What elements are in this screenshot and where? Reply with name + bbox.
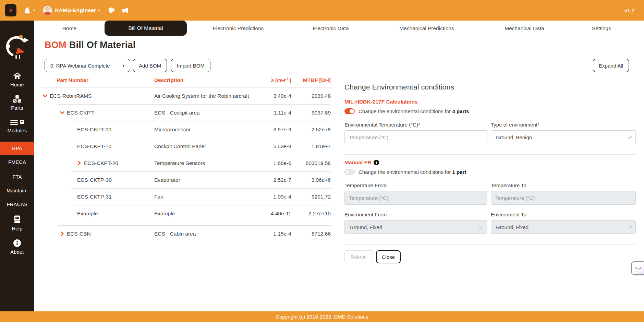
sidebar-item-label: About — [10, 249, 24, 255]
mil-conditions-toggle[interactable] — [344, 108, 355, 114]
tab-electronic-predictions[interactable]: Electronic Predictions — [187, 21, 290, 36]
footer: Copyright (c) 2018-2023, DMD Solutions — [0, 311, 644, 322]
mtbf-value: 2.27e+10 — [291, 211, 331, 217]
environment-to-select: Ground, Fixed — [491, 220, 636, 234]
feedback-widget-button[interactable]: >.< — [631, 261, 644, 275]
sidebar-item-home[interactable]: Home — [0, 72, 34, 87]
chevron-right-icon[interactable] — [77, 161, 84, 165]
sidebar-item-help[interactable]: Help — [0, 215, 34, 231]
table-row[interactable]: ECS-CBN ECS - Cabin area 1.15e-4 8712.66 — [41, 225, 331, 242]
sidebar-item-label: RPA — [12, 146, 22, 151]
part-number: Example — [77, 211, 98, 217]
user-menu-caret-icon[interactable]: ▾ — [98, 8, 100, 13]
manual-conditions-toggle[interactable] — [344, 169, 355, 175]
tab-settings[interactable]: Settings — [567, 21, 636, 36]
user-name[interactable]: RAMS-Engineer — [55, 7, 96, 13]
part-number: ECS-CBN — [67, 231, 91, 237]
chevron-down-icon[interactable] — [60, 110, 67, 115]
sidebar-item-fracas[interactable]: FRACAS — [0, 202, 34, 207]
tab-electronic-data[interactable]: Electronic Data — [290, 21, 372, 36]
manual-toggle-label: Change the environmental conditions for … — [359, 169, 466, 175]
temperature-from-input — [344, 191, 487, 205]
part-description: Example — [154, 211, 250, 217]
chevron-right-icon[interactable] — [60, 231, 67, 236]
theme-palette-icon[interactable] — [108, 7, 115, 14]
mil-toggle-label: Change the environmental conditions for … — [359, 108, 469, 114]
add-bom-button[interactable]: Add BOM — [133, 59, 167, 72]
chevron-down-icon[interactable] — [43, 94, 50, 98]
module-tabs: Home Bill Of Material Electronic Predict… — [34, 21, 644, 36]
page-title-abbr: BOM — [45, 40, 66, 50]
column-header-mtbf[interactable]: MTBF [OH] — [291, 77, 331, 84]
page-title: BOM Bill Of Material — [45, 40, 136, 50]
environment-from-select: Ground, Fixed — [344, 220, 487, 234]
expand-all-button[interactable]: Expand All — [593, 59, 629, 72]
import-bom-button[interactable]: Import BOM — [171, 59, 210, 72]
mtbf-value: 8712.66 — [291, 231, 331, 237]
table-row[interactable]: ECS-CKTP-30 Evaporator 2.52e-7 3.96e+6 — [41, 171, 331, 188]
column-header-lambda[interactable]: λ [OH-1 ] — [250, 77, 291, 84]
sidebar-item-fmeca[interactable]: FMECA — [0, 159, 34, 165]
sidebar-item-about[interactable]: About — [0, 239, 34, 255]
column-header-part-number[interactable]: Part Number — [41, 77, 154, 84]
part-number: ECS-CKPT-10 — [77, 143, 111, 150]
part-description: ECS - Cockpit area — [154, 110, 250, 116]
sidebar-item-parts[interactable]: Parts — [0, 95, 34, 111]
panel-title: Change Environmental conditions — [344, 83, 636, 91]
panel-divider — [344, 244, 636, 245]
type-of-environment-select[interactable]: Ground, Benign — [491, 130, 636, 144]
table-row[interactable]: ECS-RobinRAMS Air Cooling System for the… — [41, 87, 331, 104]
part-description: Air Cooling System for the Robin aircraf… — [154, 93, 250, 99]
bom-toolbar: 0. RPA Webinar Complete ▾ Add BOM Import… — [45, 59, 629, 72]
sidebar-item-label: FMECA — [8, 159, 26, 165]
announcements-megaphone-icon[interactable] — [121, 6, 129, 14]
tab-mechanical-predictions[interactable]: Mechanical Predictions — [372, 21, 482, 36]
tab-bill-of-material[interactable]: Bill Of Material — [105, 21, 187, 36]
table-row[interactable]: ECS-CKPT-00 Microprocessor 3.97e-9 2.52e… — [41, 121, 331, 138]
temperature-from-label: Temperature From — [344, 182, 487, 188]
chevron-down-icon — [628, 135, 632, 139]
bom-selector-dropdown[interactable]: 0. RPA Webinar Complete ▾ — [45, 59, 130, 72]
tab-home[interactable]: Home — [34, 21, 105, 36]
close-button[interactable]: Close — [376, 250, 401, 263]
main-content: Home Bill Of Material Electronic Predict… — [34, 21, 644, 311]
table-row[interactable]: ECS-CKPT-10 Cockpit Control Panel 5.53e-… — [41, 138, 331, 155]
robin-rams-logo — [0, 32, 34, 59]
sidebar-item-modules[interactable]: Modules — [0, 119, 34, 133]
mtbf-value: 2.52e+8 — [291, 127, 331, 133]
sidebar-item-maintain[interactable]: Maintain. — [0, 188, 34, 193]
part-number: ECS-CKPT — [67, 110, 94, 116]
lambda-value: 1.66e-6 — [250, 160, 291, 166]
sidebar-item-rpa[interactable]: RPA — [0, 142, 34, 155]
table-row[interactable]: ECS-CKTP-31 Fan 1.09e-4 9201.72 — [41, 188, 331, 205]
table-header-row: Part Number Description λ [OH-1 ] MTBF [… — [41, 77, 331, 87]
panel-divider — [344, 154, 636, 155]
part-description: Cockpit Control Panel — [154, 143, 250, 150]
chevron-down-icon — [479, 225, 483, 228]
bom-table: Part Number Description λ [OH-1 ] MTBF [… — [41, 77, 331, 242]
environment-to-label: Environment To — [491, 212, 636, 217]
table-row[interactable]: ECS-CKPT-20 Temperature Sensors 1.66e-6 … — [41, 155, 331, 171]
part-number: ECS-CKPT-00 — [77, 127, 111, 133]
caret-down-icon: ▾ — [122, 63, 124, 68]
table-row[interactable]: ECS-CKPT ECS - Cockpit area 1.11e-4 9037… — [41, 104, 331, 121]
part-description: Microprocessor — [154, 127, 250, 133]
tab-mechanical-data[interactable]: Mechanical Data — [482, 21, 567, 36]
table-row[interactable]: Example Example 4.40e-11 2.27e+10 — [41, 205, 331, 222]
lambda-value: 1.15e-4 — [250, 231, 291, 237]
type-of-environment-label: Type of environment* — [491, 122, 636, 128]
notifications-bell-icon[interactable] — [23, 7, 31, 14]
sidebar-item-fta[interactable]: FTA — [0, 174, 34, 180]
app-screen: » ▾ RAMS-Engineer ▾ v1.7 — [0, 0, 644, 322]
sidebar-collapse-button[interactable]: » — [5, 4, 16, 16]
column-header-description[interactable]: Description — [154, 77, 250, 84]
info-icon[interactable]: i — [374, 160, 379, 165]
part-number: ECS-CKPT-20 — [84, 160, 118, 166]
sidebar: Home Parts Modules RPA FMECA FTA Maintai… — [0, 21, 34, 311]
mtbf-value: 3.96e+6 — [291, 177, 331, 183]
user-avatar[interactable] — [43, 6, 52, 15]
environmental-temperature-input[interactable] — [344, 130, 487, 144]
manual-toggle-row: Change the environmental conditions for … — [344, 169, 636, 175]
notifications-caret-icon[interactable]: ▾ — [33, 8, 35, 13]
mtbf-value: 2939.48 — [291, 93, 331, 99]
